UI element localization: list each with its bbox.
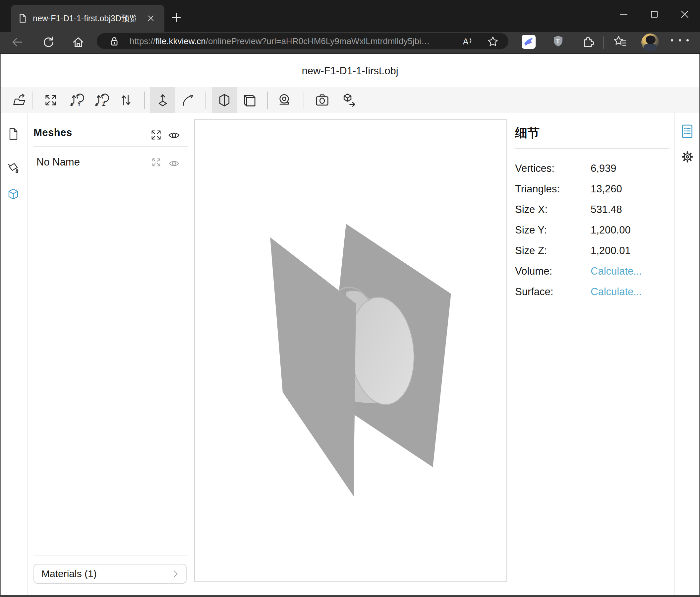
meshes-fit-icon[interactable]	[150, 129, 162, 141]
browser-window: new-F1-D1-1-first.obj3D预览	[0, 0, 700, 597]
model-viewport[interactable]	[194, 119, 507, 582]
rotate-z-button[interactable]: Z	[89, 87, 114, 113]
url-text: https://file.kkview.cn/onlinePreview?url…	[130, 33, 430, 49]
rotate-y-icon: Y	[69, 93, 84, 108]
shield-extension-icon[interactable]: T	[551, 34, 565, 48]
browser-titlebar: new-F1-D1-1-first.obj3D预览	[0, 0, 700, 32]
browser-navbar: https://file.kkview.cn/onlinePreview?url…	[0, 32, 700, 54]
right-strip-divider	[674, 113, 675, 595]
preview-page: new-F1-D1-1-first.obj Y	[0, 54, 700, 595]
file-panel-icon[interactable]	[7, 127, 20, 141]
detail-row-size-y: Size Y: 1,200.00	[515, 220, 671, 240]
move-axis-icon	[155, 93, 170, 108]
materials-label: Materials (1)	[42, 568, 171, 579]
tab-close-icon[interactable]	[145, 13, 156, 24]
detail-row-size-x: Size X: 531.48	[515, 199, 671, 220]
url-domain: file.kkview.cn	[155, 36, 206, 46]
mesh-item-fit-icon[interactable]	[151, 157, 162, 168]
measure-button[interactable]	[273, 87, 298, 113]
materials-divider	[33, 555, 188, 556]
settings-more-icon[interactable]	[671, 39, 689, 42]
open-file-button[interactable]	[7, 87, 32, 113]
read-aloud-icon[interactable]: A	[461, 35, 473, 47]
rotate-z-icon: Z	[94, 93, 109, 108]
page-title: new-F1-D1-1-first.obj	[1, 65, 699, 77]
new-tab-button[interactable]	[170, 11, 183, 24]
tab-title: new-F1-D1-1-first.obj3D预览	[33, 13, 135, 24]
mesh-item-eye-icon[interactable]	[168, 158, 180, 169]
lock-icon	[108, 35, 120, 47]
detail-row-volume: Volume: Calculate...	[515, 261, 671, 282]
svg-text:Z: Z	[102, 101, 105, 107]
translate-extension-icon[interactable]	[521, 34, 536, 49]
details-divider	[515, 148, 669, 149]
viewer-toolbar: Y Z	[1, 87, 699, 113]
refresh-icon[interactable]	[42, 35, 55, 49]
materials-button[interactable]: Materials (1)	[33, 564, 186, 584]
window-bottom-edge	[0, 595, 700, 597]
meshes-divider	[33, 146, 188, 147]
screenshot-button[interactable]	[309, 87, 335, 113]
address-bar[interactable]: https://file.kkview.cn/onlinePreview?url…	[97, 33, 508, 49]
export-icon	[341, 93, 356, 108]
orbit-icon	[181, 93, 196, 108]
flip-vertical-icon	[119, 93, 133, 108]
export-button[interactable]	[336, 87, 361, 113]
left-strip-divider	[27, 113, 27, 595]
detail-row-triangles: Triangles: 13,260	[515, 179, 671, 199]
svg-text:A: A	[463, 37, 468, 46]
material-panel-icon[interactable]	[7, 161, 20, 174]
maximize-button[interactable]	[639, 0, 670, 28]
extensions-puzzle-icon[interactable]	[581, 34, 595, 48]
home-icon[interactable]	[72, 35, 85, 49]
volume-calculate-link[interactable]: Calculate...	[591, 265, 642, 277]
camera-icon	[315, 93, 330, 108]
browser-tab[interactable]: new-F1-D1-1-first.obj3D预览	[11, 5, 165, 32]
flip-vertical-button[interactable]	[114, 87, 139, 113]
details-heading: 细节	[515, 125, 540, 141]
chevron-right-icon	[171, 569, 180, 579]
rotate-y-button[interactable]: Y	[64, 87, 89, 113]
mesh-panel-icon[interactable]	[7, 187, 20, 201]
profile-avatar[interactable]	[641, 33, 659, 51]
detail-row-vertices: Vertices: 6,939	[515, 158, 671, 179]
fit-view-icon	[44, 93, 58, 108]
model-3d-render	[195, 120, 506, 581]
mesh-item-name[interactable]: No Name	[36, 156, 80, 168]
move-axis-button[interactable]	[150, 87, 175, 113]
measure-icon	[278, 93, 293, 108]
svg-text:Y: Y	[77, 101, 81, 107]
svg-text:T: T	[556, 38, 560, 45]
meshes-heading: Meshes	[33, 127, 72, 139]
back-icon[interactable]	[10, 35, 24, 49]
details-rows: Vertices: 6,939 Triangles: 13,260 Size X…	[515, 158, 671, 302]
surface-calculate-link[interactable]: Calculate...	[591, 286, 642, 298]
settings-gear-icon[interactable]	[680, 149, 695, 164]
orbit-button[interactable]	[176, 87, 201, 113]
detail-row-size-z: Size Z: 1,200.01	[515, 240, 671, 261]
favorite-star-icon[interactable]	[487, 35, 499, 47]
solid-view-button[interactable]	[212, 87, 237, 113]
window-controls	[608, 0, 700, 32]
details-list-icon[interactable]	[680, 123, 694, 139]
tab-favicon-document-icon	[18, 13, 27, 23]
solid-view-icon	[217, 93, 232, 108]
fit-view-button[interactable]	[38, 87, 63, 113]
navbar-separator	[603, 37, 604, 49]
minimize-button[interactable]	[608, 0, 639, 28]
box-view-icon	[242, 93, 257, 108]
open-file-icon	[12, 93, 26, 108]
close-button[interactable]	[670, 0, 700, 28]
box-view-button[interactable]	[237, 87, 262, 113]
url-path: /onlinePreview?url=aHR0cHM6Ly9maWxlLmtrd…	[206, 36, 430, 46]
favorites-hub-icon[interactable]	[613, 34, 627, 48]
detail-row-surface: Surface: Calculate...	[515, 282, 671, 302]
url-prefix: https://	[130, 36, 155, 46]
meshes-visibility-eye-icon[interactable]	[167, 129, 181, 142]
